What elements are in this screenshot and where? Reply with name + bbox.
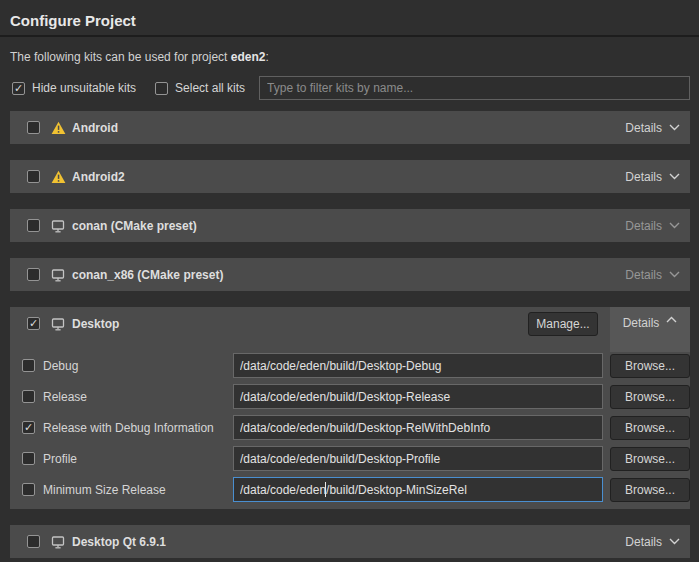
hide-unsuitable-kits-checkbox[interactable]: ✓ Hide unsuitable kits [12, 81, 136, 95]
kit-name: conan (CMake preset) [72, 219, 197, 233]
build-config-checkbox[interactable]: ✓ [22, 421, 35, 434]
build-config-checkbox[interactable]: ✓ [22, 390, 35, 403]
details-label: Details [623, 316, 660, 330]
browse-button[interactable]: Browse... [610, 478, 690, 502]
subtitle-text: The following kits can be used for proje… [10, 50, 231, 64]
browse-button[interactable]: Browse... [610, 354, 690, 378]
project-name: eden2 [231, 50, 266, 64]
kit-list: ✓ Android Details [10, 111, 690, 558]
hide-unsuitable-kits-label: Hide unsuitable kits [32, 81, 136, 95]
details-label: Details [625, 219, 662, 233]
kit-name: Android [72, 121, 118, 135]
kit-checkbox[interactable]: ✓ [27, 219, 40, 232]
build-config-row: ✓ Minimum Size Release Browse... [10, 477, 690, 502]
kit-row: ✓ conan_x86 (CMake preset) Details [10, 258, 690, 291]
details-label: Details [625, 121, 662, 135]
build-config-label: Release [43, 390, 87, 404]
details-toggle[interactable]: Details [625, 219, 690, 233]
build-config-checkbox[interactable]: ✓ [22, 452, 35, 465]
build-dir-input[interactable] [233, 384, 603, 409]
build-dir-input[interactable] [233, 446, 603, 471]
build-dir-input[interactable] [233, 415, 603, 440]
build-dir-input[interactable] [233, 477, 603, 502]
kit-header: ✓ Desktop Qt 6.9.1 Details [10, 525, 690, 558]
checkmark-icon: ✓ [22, 420, 35, 434]
build-config-label: Debug [43, 359, 78, 373]
build-dir-input-wrap [233, 477, 603, 502]
build-config-row: ✓ Debug Browse... [10, 353, 690, 378]
browse-button[interactable]: Browse... [610, 385, 690, 409]
kit-header: ✓ conan_x86 (CMake preset) Details [10, 258, 690, 291]
desktop-icon [51, 219, 66, 233]
details-toggle[interactable]: Details [625, 535, 690, 549]
browse-button[interactable]: Browse... [610, 447, 690, 471]
kit-row: ✓ Desktop Manage... Details [10, 307, 690, 509]
build-dir-input-wrap [233, 384, 603, 409]
kit-name: conan_x86 (CMake preset) [72, 268, 223, 282]
kit-checkbox[interactable]: ✓ [27, 121, 40, 134]
page-title: Configure Project [10, 12, 689, 29]
warning-icon [51, 121, 66, 135]
build-config-checkbox-group[interactable]: ✓ Release [22, 390, 233, 404]
kit-header: ✓ conan (CMake preset) Details [10, 209, 690, 242]
manage-button[interactable]: Manage... [528, 312, 598, 336]
chevron-up-icon [666, 316, 677, 323]
kit-checkbox[interactable]: ✓ [27, 170, 40, 183]
text-caret [325, 482, 326, 497]
kit-name: Desktop Qt 6.9.1 [72, 535, 166, 549]
build-dir-input-wrap [233, 415, 603, 440]
build-dir-input-wrap [233, 446, 603, 471]
kit-checkbox[interactable]: ✓ [27, 268, 40, 281]
browse-button[interactable]: Browse... [610, 416, 690, 440]
kit-header: ✓ Desktop Manage... Details [10, 307, 690, 340]
kit-header: ✓ Android Details [10, 111, 690, 144]
desktop-icon [51, 317, 66, 331]
checkmark-icon: ✓ [12, 81, 25, 95]
configure-project-page: Configure Project The following kits can… [0, 12, 699, 558]
kit-header: ✓ Android2 Details [10, 160, 690, 193]
desktop-icon [51, 535, 66, 549]
chevron-down-icon [669, 222, 680, 229]
chevron-down-icon [669, 124, 680, 131]
build-config-label: Profile [43, 452, 77, 466]
details-label: Details [625, 268, 662, 282]
checkmark-icon: ✓ [27, 316, 40, 330]
build-config-row: ✓ Release Browse... [10, 384, 690, 409]
kit-name: Android2 [72, 170, 125, 184]
build-config-checkbox[interactable]: ✓ [22, 483, 35, 496]
details-toggle[interactable]: Details [625, 121, 690, 135]
select-all-kits-label: Select all kits [175, 81, 245, 95]
details-toggle[interactable]: Details [625, 170, 690, 184]
details-label: Details [625, 535, 662, 549]
kit-row: ✓ Desktop Qt 6.9.1 Details [10, 525, 690, 558]
subtitle-colon: : [265, 50, 268, 64]
kit-row: ✓ Android Details [10, 111, 690, 144]
details-toggle[interactable]: Details [610, 307, 690, 352]
build-config-checkbox-group[interactable]: ✓ Minimum Size Release [22, 483, 233, 497]
kit-checkbox[interactable]: ✓ [27, 535, 40, 548]
build-configs: ✓ Debug Browse... ✓ Release Browse... ✓ … [10, 340, 690, 509]
checkbox-box: ✓ [155, 82, 168, 95]
kit-row: ✓ Android2 Details [10, 160, 690, 193]
build-config-checkbox-group[interactable]: ✓ Debug [22, 359, 233, 373]
chevron-down-icon [669, 271, 680, 278]
build-config-checkbox[interactable]: ✓ [22, 359, 35, 372]
build-config-checkbox-group[interactable]: ✓ Release with Debug Information [22, 421, 233, 435]
title-separator [0, 35, 699, 37]
details-label: Details [625, 170, 662, 184]
build-dir-input[interactable] [233, 353, 603, 378]
build-config-label: Minimum Size Release [43, 483, 166, 497]
kit-name: Desktop [72, 317, 119, 331]
warning-icon [51, 170, 66, 184]
build-dir-input-wrap [233, 353, 603, 378]
toolbar: ✓ Hide unsuitable kits ✓ Select all kits [12, 76, 690, 100]
details-toggle[interactable]: Details [625, 268, 690, 282]
desktop-icon [51, 268, 66, 282]
chevron-down-icon [669, 173, 680, 180]
checkbox-box: ✓ [12, 82, 25, 95]
kit-filter-input[interactable] [259, 76, 690, 100]
build-config-label: Release with Debug Information [43, 421, 214, 435]
kit-checkbox[interactable]: ✓ [27, 317, 40, 330]
build-config-checkbox-group[interactable]: ✓ Profile [22, 452, 233, 466]
select-all-kits-checkbox[interactable]: ✓ Select all kits [155, 81, 245, 95]
